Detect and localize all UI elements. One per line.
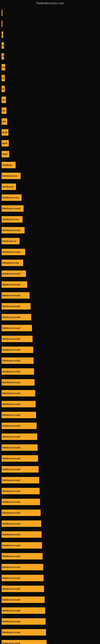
bar-row: Bottleneck result [1,356,100,366]
bar-row: B [1,73,100,83]
bar-item: Bottleneck result [1,346,33,353]
bar-item: Bottleneck result [1,314,31,320]
bar-item: Bottleneck result [1,325,32,331]
bar-row: Bottleneck result [1,323,100,333]
bar-row: Bottleneck result [1,377,100,388]
bar-item: Bottleneck result [1,586,44,592]
bar-item: Bottlenec [1,162,16,168]
bar-item: Bottleneck re [1,238,20,244]
bar-item: Bottleneck result [1,270,26,277]
bar-row: Bo [1,94,100,105]
bar-row: Bottleneck result [1,605,100,616]
bar-item: Bottleneck result [1,520,41,527]
bar-item: B [1,86,5,92]
bar-row: Bottleneck result [1,301,100,312]
bar-item: Bottleneck result [1,444,38,451]
bar-item: B [1,42,4,49]
bar-row: Bottleneck result [1,453,100,464]
bars-container: EBEBoBBBoBoBotBottlBottlBottlBottlenecBo… [0,6,100,644]
bar-item: Bottleneck result [1,368,34,375]
bar-row: Bottleneck result [1,486,100,496]
bar-row: Bottleneck result [1,420,100,431]
bar-item: Bottleneck result [1,390,35,396]
bar-item: E [1,53,4,60]
bar-row: Bottleneck [1,182,100,192]
bar-row: Bottleneck result [1,508,100,518]
bar-row: Bottleneck result [1,562,100,572]
bar-row: Bottleneck result [1,442,100,453]
bar-item: Bottl [1,140,9,146]
bar-row: Bottleneck resu [1,258,100,268]
bar-row: Bottleneck result [1,497,100,507]
bar-item: E [1,32,3,38]
bar-item: Bottleneck result [1,596,45,603]
bar-item: Bottleneck result [1,488,40,494]
bar-item: Bottleneck res [1,173,21,179]
bar-item: Bottleneck result [1,379,35,386]
bar-item: Bottleneck result [1,303,31,310]
bar-row: Bottleneck result [1,584,100,594]
bar-item: Bottleneck result [1,531,42,538]
bar-item: Bottleneck result [1,640,47,644]
bar-row: Bottleneck resu [1,214,100,224]
bar-item: Bottleneck result [1,412,36,418]
bar-row: Bo [1,62,100,72]
bar-item: Bottleneck resu [1,260,23,266]
bar-item: Bottleneck result [1,249,25,255]
bar-item: Bottleneck result [1,358,34,364]
bar-item: Bo [1,96,6,103]
bar-item: Bot [1,118,7,125]
bar-item [1,20,2,27]
bar-item: Bottleneck result [1,618,46,625]
bar-item: Bottleneck result [1,401,36,407]
bar-row: Bottleneck result [1,616,100,627]
bar-item: Bottleneck result [1,510,41,516]
bar-row [1,8,100,18]
bar-item: Bo [1,64,5,70]
bar-row [1,18,100,29]
site-title: TheBottlenecker.com [0,0,100,6]
bar-item: B [1,75,5,81]
bar-row: Bot [1,116,100,127]
bar-item: Bo [1,108,6,114]
bar-item: Bottleneck result [1,607,45,614]
bar-row: Bottleneck result [1,410,100,420]
bar-item: Bottleneck result [1,564,43,570]
bar-item: Bottleneck result [1,553,43,560]
bar-row: Bottl [1,127,100,138]
bar-row: Bottleneck result [1,366,100,377]
bar-row: Bottleneck result [1,225,100,236]
bar-item: Bottleneck [1,184,16,190]
bar-item: Bottleneck result [1,499,40,505]
bar-row: Bo [1,106,100,116]
bar-row: Bottleneck result [1,551,100,562]
bar-item: Bottleneck result [1,434,37,440]
bar-row: Bottleneck re [1,236,100,246]
bar-row: Bottleneck result [1,312,100,322]
bar-row: Bottleneck result [1,388,100,398]
bar-row: Bottleneck result [1,464,100,474]
bar-row: B [1,40,100,51]
bar-item: Bottleneck result [1,542,42,548]
bar-row: Bottl [1,138,100,148]
bar-row: Bottleneck result [1,627,100,638]
bar-item: Bottleneck resu [1,194,22,201]
bar-row: Bottleneck result [1,334,100,344]
bar-row: Bottleneck result [1,638,100,644]
bar-row: Bottleneck result [1,203,100,214]
bar-row: Bottleneck result [1,290,100,301]
bar-item: Bottleneck result [1,336,33,342]
bar-item: Bottleneck resu [1,216,23,222]
bar-item: Bottleneck result [1,629,46,636]
bar-row: Bottleneck res [1,171,100,181]
bar-item: Bottl [1,151,9,158]
bar-item: Bottleneck result [1,422,37,429]
bar-row: Bottleneck result [1,540,100,550]
bar-row: E [1,51,100,62]
bar-row: Bottleneck result [1,268,100,279]
bar-row: Bottleneck result [1,475,100,486]
bar-item: Bottleneck result [1,292,30,299]
bar-item: Bottleneck result [1,281,27,288]
bar-row: E [1,30,100,40]
bar-item [1,10,2,16]
